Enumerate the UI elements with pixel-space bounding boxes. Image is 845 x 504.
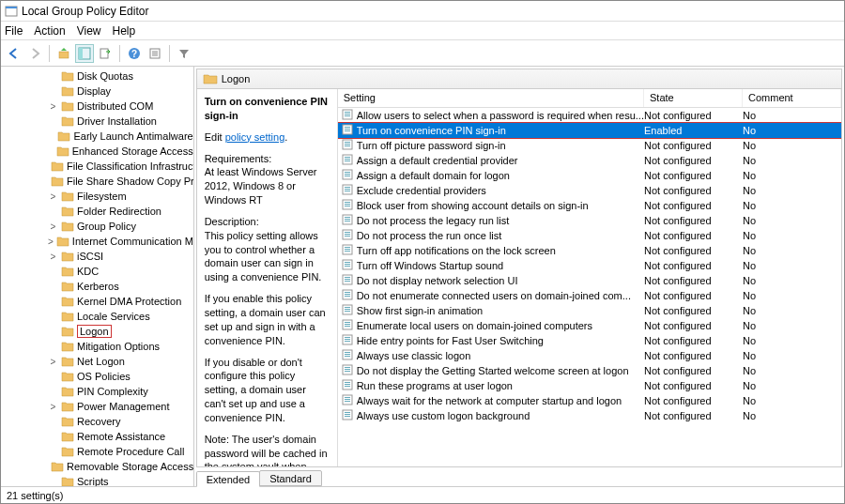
desc-p4: Note: The user's domain password will be… xyxy=(205,433,330,466)
list-row[interactable]: Assign a default credential providerNot … xyxy=(338,153,841,168)
list-row[interactable]: Do not process the run once listNot conf… xyxy=(338,228,841,243)
show-hide-tree-button[interactable] xyxy=(75,44,94,63)
edit-policy-link[interactable]: policy setting xyxy=(225,131,285,143)
tree-item[interactable]: Recovery xyxy=(3,414,193,429)
menu-file[interactable]: File xyxy=(5,24,23,38)
up-button[interactable] xyxy=(54,44,73,63)
list-row[interactable]: Always use classic logonNot configuredNo xyxy=(338,348,841,363)
list-row[interactable]: Turn off Windows Startup soundNot config… xyxy=(338,258,841,273)
tree-item[interactable]: File Classification Infrastructure xyxy=(3,159,193,174)
expand-icon[interactable]: > xyxy=(48,252,58,262)
col-comment[interactable]: Comment xyxy=(743,89,841,107)
svg-rect-66 xyxy=(345,309,350,310)
tree-item[interactable]: Locale Services xyxy=(3,309,193,324)
tree-item[interactable]: Remote Assistance xyxy=(3,429,193,444)
folder-icon xyxy=(51,176,64,187)
expand-icon[interactable]: > xyxy=(48,101,58,112)
filter-button[interactable] xyxy=(175,44,193,63)
tree-item-label: iSCSI xyxy=(77,251,103,262)
tree-item[interactable]: Enhanced Storage Access xyxy=(3,144,193,159)
tree-item[interactable]: Logon xyxy=(3,324,193,339)
tree-item[interactable]: Early Launch Antimalware xyxy=(3,129,193,144)
tab-standard[interactable]: Standard xyxy=(259,470,322,486)
tree-item[interactable]: Driver Installation xyxy=(3,114,193,129)
list-row[interactable]: Do not display network selection UINot c… xyxy=(338,273,841,288)
tree-item[interactable]: Display xyxy=(3,84,193,99)
list-row[interactable]: Do not enumerate connected users on doma… xyxy=(338,288,841,303)
req-label: Requirements: xyxy=(205,153,272,164)
list-row[interactable]: Turn off picture password sign-inNot con… xyxy=(338,138,841,153)
list-row[interactable]: Allow users to select when a password is… xyxy=(338,108,841,123)
menu-help[interactable]: Help xyxy=(113,24,136,38)
properties-button[interactable] xyxy=(146,44,164,63)
right-header-title: Logon xyxy=(222,73,251,84)
tree-item[interactable]: Remote Procedure Call xyxy=(3,444,193,459)
list-row[interactable]: Block user from showing account details … xyxy=(338,198,841,213)
row-comment: No xyxy=(743,125,841,136)
tree-item[interactable]: >iSCSI xyxy=(3,249,193,264)
list-row[interactable]: Enumerate local users on domain-joined c… xyxy=(338,318,841,333)
svg-rect-47 xyxy=(345,236,350,237)
tree-item[interactable]: Scripts xyxy=(3,474,193,486)
tree-item[interactable]: File Share Shadow Copy Provider xyxy=(3,174,193,189)
list-row[interactable]: Assign a default domain for logonNot con… xyxy=(338,168,841,183)
tree-item[interactable]: >Group Policy xyxy=(3,219,193,234)
row-state: Not configured xyxy=(644,245,743,256)
list-row[interactable]: Do not process the legacy run listNot co… xyxy=(338,213,841,228)
col-state[interactable]: State xyxy=(644,89,743,107)
row-setting: Always use custom logon background xyxy=(357,410,644,421)
back-button[interactable] xyxy=(5,44,23,63)
tree-item-label: Removable Storage Access xyxy=(67,461,193,472)
menu-view[interactable]: View xyxy=(77,24,101,38)
list-row[interactable]: Always wait for the network at computer … xyxy=(338,393,841,408)
svg-rect-22 xyxy=(345,144,350,145)
list-row[interactable]: Always use custom logon backgroundNot co… xyxy=(338,408,841,423)
tree-item[interactable]: Kerberos xyxy=(3,279,193,294)
svg-rect-94 xyxy=(345,414,350,415)
row-comment: No xyxy=(743,155,841,166)
tree-item[interactable]: OS Policies xyxy=(3,369,193,384)
tree-item[interactable]: PIN Complexity xyxy=(3,384,193,399)
tree-item[interactable]: Kernel DMA Protection xyxy=(3,294,193,309)
expand-icon[interactable]: > xyxy=(48,221,58,232)
col-setting[interactable]: Setting xyxy=(338,89,644,107)
svg-rect-29 xyxy=(345,172,350,173)
tree-item[interactable]: >Internet Communication Management xyxy=(3,234,193,249)
tab-extended[interactable]: Extended xyxy=(196,471,260,487)
expand-icon[interactable]: > xyxy=(48,191,58,202)
list-row[interactable]: Turn on convenience PIN sign-inEnabledNo xyxy=(338,123,841,138)
list-header: Setting State Comment xyxy=(338,89,841,108)
list-row[interactable]: Turn off app notifications on the lock s… xyxy=(338,243,841,258)
toolbar-separator xyxy=(169,45,170,62)
list-row[interactable]: Show first sign-in animationNot configur… xyxy=(338,303,841,318)
tree-pane[interactable]: Disk QuotasDisplay>Distributed COMDriver… xyxy=(1,67,194,486)
desc-p3: If you disable or don't configure this p… xyxy=(205,356,330,425)
tree-item[interactable]: Disk Quotas xyxy=(3,69,193,84)
list-row[interactable]: Do not display the Getting Started welco… xyxy=(338,363,841,378)
tree-item[interactable]: KDC xyxy=(3,264,193,279)
svg-rect-57 xyxy=(345,277,350,278)
svg-rect-58 xyxy=(345,279,350,280)
tree-item[interactable]: Removable Storage Access xyxy=(3,459,193,474)
settings-list[interactable]: Setting State Comment Allow users to sel… xyxy=(338,89,841,466)
menu-action[interactable]: Action xyxy=(34,24,65,38)
expand-icon[interactable]: > xyxy=(48,357,58,367)
tree-item[interactable]: >Distributed COM xyxy=(3,99,193,114)
svg-rect-63 xyxy=(345,296,350,297)
tree-item[interactable]: >Net Logon xyxy=(3,354,193,369)
export-button[interactable] xyxy=(96,44,115,63)
desc-p2: If you enable this policy setting, a dom… xyxy=(205,292,330,347)
forward-button[interactable] xyxy=(25,44,44,63)
list-row[interactable]: Hide entry points for Fast User Switchin… xyxy=(338,333,841,348)
right-header: Logon xyxy=(196,69,842,89)
tree-item[interactable]: >Filesystem xyxy=(3,189,193,204)
tree-item[interactable]: >Power Management xyxy=(3,399,193,414)
expand-icon[interactable]: > xyxy=(48,237,54,247)
help-button[interactable]: ? xyxy=(125,44,144,63)
svg-rect-21 xyxy=(345,142,350,143)
tree-item[interactable]: Folder Redirection xyxy=(3,204,193,219)
tree-item[interactable]: Mitigation Options xyxy=(3,339,193,354)
list-row[interactable]: Exclude credential providersNot configur… xyxy=(338,183,841,198)
expand-icon[interactable]: > xyxy=(48,402,58,412)
list-row[interactable]: Run these programs at user logonNot conf… xyxy=(338,378,841,393)
